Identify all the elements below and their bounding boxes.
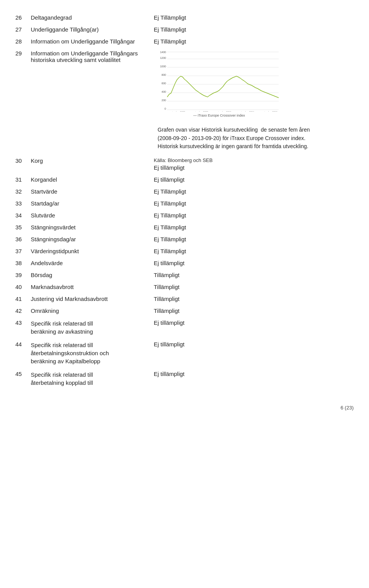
source-label: Källa: Bloomberg och SEB bbox=[154, 157, 350, 163]
row-num: 44 bbox=[15, 338, 31, 368]
row-value: Ej tillämpligt bbox=[154, 257, 354, 269]
chart-cell: 0 200 400 600 800 1000 1200 1400 bbox=[154, 47, 354, 122]
table-row: 30 Korg Källa: Bloomberg och SEB Ej till… bbox=[15, 155, 354, 174]
row-num: 43 bbox=[15, 317, 31, 338]
table-row: 37 Värderingstidpunkt Ej Tillämpligt bbox=[15, 245, 354, 257]
svg-text:september 2008: september 2008 bbox=[168, 111, 185, 112]
chart-legend: — iTraxx Europe Crossover index bbox=[158, 114, 281, 117]
row-value: Tillämpligt bbox=[154, 305, 354, 317]
row-num: 27 bbox=[15, 23, 31, 35]
row-label: Korg bbox=[31, 155, 154, 174]
row-num: 45 bbox=[15, 368, 31, 389]
row-label: Stängningsvärdet bbox=[31, 221, 154, 233]
row-value: Ej Tillämpligt bbox=[154, 233, 354, 245]
svg-text:september 2009: september 2009 bbox=[191, 111, 208, 112]
svg-text:september 2010: september 2010 bbox=[214, 111, 231, 112]
row-value: Ej Tillämpligt bbox=[154, 209, 354, 221]
row-num: 39 bbox=[15, 269, 31, 281]
table-row: 38 Andelsvärde Ej tillämpligt bbox=[15, 257, 354, 269]
bottom-table: 30 Korg Källa: Bloomberg och SEB Ej till… bbox=[15, 155, 354, 389]
table-row: 42 Omräkning Tillämpligt bbox=[15, 305, 354, 317]
table-row: 33 Startdag/ar Ej Tillämpligt bbox=[15, 197, 354, 209]
row-label: Startdag/ar bbox=[31, 197, 154, 209]
row-label: Information om Underliggande Tillgångars… bbox=[31, 47, 154, 122]
description-block: Grafen ovan visar Historisk kursutveckli… bbox=[158, 126, 354, 151]
row-num: 34 bbox=[15, 209, 31, 221]
table-row: 31 Korgandel Ej tillämpligt bbox=[15, 174, 354, 185]
row-value: Ej Tillämpligt bbox=[154, 245, 354, 257]
svg-text:1000: 1000 bbox=[160, 65, 166, 68]
row-value: Ej Tillämpligt bbox=[154, 185, 354, 197]
row-label: Startvärde bbox=[31, 185, 154, 197]
row-num: 38 bbox=[15, 257, 31, 269]
table-row: 26 Deltagandegrad Ej Tillämpligt bbox=[15, 12, 354, 23]
table-row: 39 Börsdag Tillämpligt bbox=[15, 269, 354, 281]
row-num: 31 bbox=[15, 174, 31, 185]
table-row: 41 Justering vid Marknadsavbrott Tillämp… bbox=[15, 293, 354, 305]
row-num: 30 bbox=[15, 155, 31, 174]
row-num: 35 bbox=[15, 221, 31, 233]
top-table: 26 Deltagandegrad Ej Tillämpligt 27 Unde… bbox=[15, 12, 354, 122]
row-value: Ej Tillämpligt bbox=[154, 221, 354, 233]
row-num: 29 bbox=[15, 47, 31, 122]
svg-text:400: 400 bbox=[161, 90, 166, 93]
table-row: 27 Underliggande Tillgång(ar) Ej Tillämp… bbox=[15, 23, 354, 35]
svg-text:600: 600 bbox=[161, 82, 166, 85]
svg-text:1200: 1200 bbox=[160, 57, 166, 59]
chart-container: 0 200 400 600 800 1000 1200 1400 bbox=[158, 50, 281, 119]
table-row: 36 Stängningsdag/ar Ej Tillämpligt bbox=[15, 233, 354, 245]
row-label: Värderingstidpunkt bbox=[31, 245, 154, 257]
row-value: Ej tillämpligt bbox=[154, 174, 354, 185]
row-value: Ej Tillämpligt bbox=[154, 35, 354, 47]
table-row: 45 Specifik risk relaterad tillåterbetal… bbox=[15, 368, 354, 389]
table-row: 34 Slutvärde Ej Tillämpligt bbox=[15, 209, 354, 221]
row-value: Tillämpligt bbox=[154, 269, 354, 281]
row-value: Ej tillämpligt bbox=[154, 338, 354, 368]
table-row: 43 Specifik risk relaterad tillberäkning… bbox=[15, 317, 354, 338]
row-label: Stängningsdag/ar bbox=[31, 233, 154, 245]
row-label: Specifik risk relaterad tillåterbetalnin… bbox=[31, 368, 154, 389]
table-row: 44 Specifik risk relaterad tillåterbetal… bbox=[15, 338, 354, 368]
row-label: Börsdag bbox=[31, 269, 154, 281]
svg-text:0: 0 bbox=[165, 107, 166, 110]
row-value: Ej tillämpligt bbox=[154, 317, 354, 338]
table-row: 28 Information om Underliggande Tillgång… bbox=[15, 35, 354, 47]
table-row: 35 Stängningsvärdet Ej Tillämpligt bbox=[15, 221, 354, 233]
table-row: 40 Marknadsavbrott Tillämpligt bbox=[15, 281, 354, 293]
row-value: Ej tillämpligt bbox=[154, 368, 354, 389]
row-num: 26 bbox=[15, 12, 31, 23]
row-value: Ej Tillämpligt bbox=[154, 23, 354, 35]
row-label: Korgandel bbox=[31, 174, 154, 185]
row-label: Justering vid Marknadsavbrott bbox=[31, 293, 154, 305]
row-value: Källa: Bloomberg och SEB Ej tillämpligt bbox=[154, 155, 354, 174]
row-label: Underliggande Tillgång(ar) bbox=[31, 23, 154, 35]
row-label: Specifik risk relaterad tillåterbetalnin… bbox=[31, 338, 154, 368]
row-29: 29 Information om Underliggande Tillgång… bbox=[15, 47, 354, 122]
row-num: 33 bbox=[15, 197, 31, 209]
svg-text:1400: 1400 bbox=[160, 51, 166, 53]
row-num: 32 bbox=[15, 185, 31, 197]
row-label: Deltagandegrad bbox=[31, 12, 154, 23]
row-label: Slutvärde bbox=[31, 209, 154, 221]
description-line2: (2008-09-20 - 2013-09-20) för iTraxx Eur… bbox=[158, 135, 306, 141]
row-num: 28 bbox=[15, 35, 31, 47]
description-line1: Grafen ovan visar Historisk kursutveckli… bbox=[158, 127, 310, 133]
row-num: 40 bbox=[15, 281, 31, 293]
row-value: Ej Tillämpligt bbox=[154, 197, 354, 209]
row-label: Andelsvärde bbox=[31, 257, 154, 269]
svg-text:september 2011: september 2011 bbox=[238, 111, 254, 112]
row-label: Specifik risk relaterad tillberäkning av… bbox=[31, 317, 154, 338]
svg-text:200: 200 bbox=[161, 99, 166, 102]
page-number: 6 (23) bbox=[15, 405, 354, 411]
row-num: 36 bbox=[15, 233, 31, 245]
svg-text:september 2012: september 2012 bbox=[261, 111, 278, 112]
row-value: Tillämpligt bbox=[154, 293, 354, 305]
row-num: 42 bbox=[15, 305, 31, 317]
chart-svg: 0 200 400 600 800 1000 1200 1400 bbox=[158, 50, 281, 112]
svg-text:800: 800 bbox=[161, 74, 166, 76]
row-num: 41 bbox=[15, 293, 31, 305]
row-num: 37 bbox=[15, 245, 31, 257]
row-value: Ej Tillämpligt bbox=[154, 12, 354, 23]
row-label: Marknadsavbrott bbox=[31, 281, 154, 293]
description-line3: Historisk kursutveckling är ingen garant… bbox=[158, 143, 308, 149]
